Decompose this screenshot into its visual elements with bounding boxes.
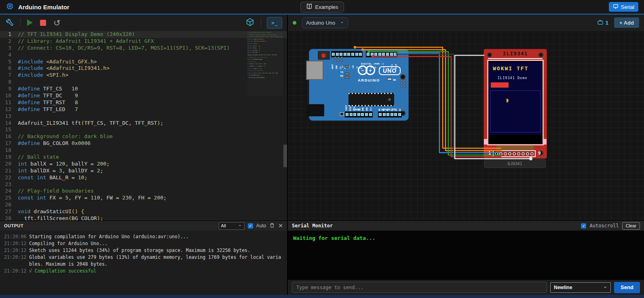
- pin[interactable]: [504, 152, 507, 155]
- pin[interactable]: [517, 152, 520, 155]
- clear-serial-button[interactable]: Clear: [622, 222, 640, 230]
- code-line[interactable]: 17#define BG_COLOR 0x0006: [0, 140, 287, 147]
- auto-checkbox[interactable]: [248, 223, 253, 229]
- code-line[interactable]: 7#include <SPI.h>: [0, 72, 287, 79]
- pin[interactable]: [340, 53, 342, 56]
- pin[interactable]: [379, 113, 382, 116]
- pin[interactable]: [383, 113, 386, 116]
- code-line[interactable]: 1// TFT ILI9341 Display Demo (240x320): [0, 31, 287, 38]
- pin[interactable]: [378, 53, 381, 56]
- tft-ili9341-module[interactable]: ILI9341 WOKWI TFT ILI9341 Demo: [484, 49, 547, 158]
- serial-output[interactable]: Waiting for serial data...: [288, 231, 644, 279]
- serial-button[interactable]: Serial: [609, 2, 638, 12]
- run-button[interactable]: [26, 19, 34, 27]
- pin[interactable]: [513, 152, 516, 155]
- code-line[interactable]: 9#define TFT_CS 10: [0, 86, 287, 92]
- code-line[interactable]: 23: [0, 181, 287, 188]
- editor-scrollbar-thumb[interactable]: [283, 145, 287, 167]
- code-line[interactable]: 25const int FX = 5, FY = 110, FW = 230, …: [0, 195, 287, 201]
- board-select[interactable]: Arduino Uno: [302, 17, 348, 28]
- tft-pins[interactable]: [493, 150, 536, 157]
- code-line[interactable]: 8: [0, 79, 287, 86]
- autoscroll-checkbox[interactable]: [581, 223, 586, 229]
- pin[interactable]: [365, 113, 368, 116]
- stop-button[interactable]: [39, 19, 47, 27]
- pin[interactable]: [495, 152, 498, 155]
- add-part-button[interactable]: + Add: [614, 17, 639, 28]
- code-line[interactable]: 24// Play-field boundaries: [0, 188, 287, 195]
- code-line[interactable]: 4: [0, 52, 287, 59]
- pin[interactable]: [398, 113, 401, 116]
- analog-pins[interactable]: [378, 111, 402, 118]
- code-line[interactable]: 22const int BALL_R = 10;: [0, 174, 287, 181]
- parts-count[interactable]: 1: [597, 19, 608, 27]
- minimap[interactable]: // TFT ILI9341 Display Demo (240x320)// …: [247, 31, 283, 96]
- pin[interactable]: [394, 113, 397, 116]
- pin[interactable]: [508, 152, 511, 155]
- send-button[interactable]: Send: [614, 282, 640, 293]
- code-line[interactable]: 13: [0, 113, 287, 120]
- restart-button[interactable]: [53, 18, 61, 28]
- pin[interactable]: [499, 152, 503, 155]
- digital-pins-right[interactable]: [366, 51, 397, 57]
- pin[interactable]: [347, 53, 350, 56]
- close-output-button[interactable]: [278, 222, 283, 229]
- code-editor[interactable]: 1// TFT ILI9341 Display Demo (240x320)2/…: [0, 31, 287, 220]
- pin[interactable]: [386, 53, 389, 56]
- code-line[interactable]: 12#define TFT_LED 7: [0, 106, 287, 113]
- output-log[interactable]: 21:20:06Starting compilation for Arduino…: [0, 231, 287, 295]
- serial-message-input[interactable]: [292, 282, 547, 293]
- pin[interactable]: [369, 113, 372, 116]
- pin[interactable]: [530, 152, 534, 155]
- code-line[interactable]: 16// Background color: dark blue: [0, 133, 287, 140]
- power-pins[interactable]: [345, 111, 373, 118]
- code-line[interactable]: 14Adafruit_ILI9341 tft(TFT_CS, TFT_DC, T…: [0, 120, 287, 127]
- code-line[interactable]: 2// Library: Adafruit ILI9341 + Adafruit…: [0, 38, 287, 45]
- build-settings-button[interactable]: [5, 17, 15, 28]
- code-line[interactable]: 18: [0, 147, 287, 154]
- pin[interactable]: [522, 152, 525, 155]
- pin[interactable]: [374, 53, 377, 56]
- code-line[interactable]: 5#include <Adafruit_GFX.h>: [0, 59, 287, 65]
- code-line[interactable]: 26: [0, 201, 287, 208]
- code-line[interactable]: 3// Connect: CS=10, DC/RS=9, RST=8, LED=…: [0, 45, 287, 52]
- code-line[interactable]: 15: [0, 126, 287, 133]
- clear-output-button[interactable]: [269, 222, 275, 229]
- output-filter-select[interactable]: All: [219, 222, 245, 230]
- code-area[interactable]: 1// TFT ILI9341 Display Demo (240x320)2/…: [0, 31, 287, 220]
- pin[interactable]: [390, 53, 393, 56]
- code-line[interactable]: 11#define TFT_RST 8: [0, 99, 287, 106]
- pin[interactable]: [357, 113, 360, 116]
- pin[interactable]: [346, 113, 348, 116]
- pin[interactable]: [350, 113, 353, 116]
- pin[interactable]: [382, 53, 385, 56]
- pin[interactable]: [351, 53, 354, 56]
- arduino-uno-board[interactable]: AREFGND1312~11~10~98 7~6~54~32TX→1RX←0 D…: [309, 49, 408, 120]
- pin[interactable]: [344, 53, 346, 56]
- pin[interactable]: [371, 53, 374, 56]
- terminal-toggle-button[interactable]: [267, 17, 282, 29]
- pin[interactable]: [355, 53, 358, 56]
- code-line[interactable]: 10#define TFT_DC 9: [0, 92, 287, 99]
- pin[interactable]: [394, 53, 397, 56]
- pin[interactable]: [526, 152, 529, 155]
- code-line[interactable]: 27void drawStaticUI() {: [0, 208, 287, 215]
- pin[interactable]: [361, 113, 364, 116]
- reset-button-part[interactable]: [318, 51, 330, 60]
- pin[interactable]: [391, 113, 393, 116]
- pin[interactable]: [359, 53, 362, 56]
- pin[interactable]: [386, 113, 389, 116]
- pin[interactable]: [332, 53, 335, 56]
- pin[interactable]: [336, 53, 339, 56]
- library-manager-button[interactable]: [245, 17, 255, 28]
- pin[interactable]: [367, 53, 370, 56]
- pin[interactable]: [353, 113, 356, 116]
- code-line[interactable]: 6#include <Adafruit_ILI9341.h>: [0, 65, 287, 72]
- code-line[interactable]: 21int ballDX = 3, ballDY = 2;: [0, 168, 287, 174]
- code-line[interactable]: 20int ballX = 120, ballY = 200;: [0, 161, 287, 168]
- diagram-canvas[interactable]: AREFGND1312~11~10~98 7~6~54~32TX→1RX←0 D…: [288, 31, 644, 220]
- code-line[interactable]: 28 tft.fillScreen(BG_COLOR);: [0, 215, 287, 220]
- examples-button[interactable]: Examples: [300, 2, 344, 13]
- line-ending-select[interactable]: Newline: [550, 282, 611, 293]
- code-line[interactable]: 19// Ball state: [0, 154, 287, 161]
